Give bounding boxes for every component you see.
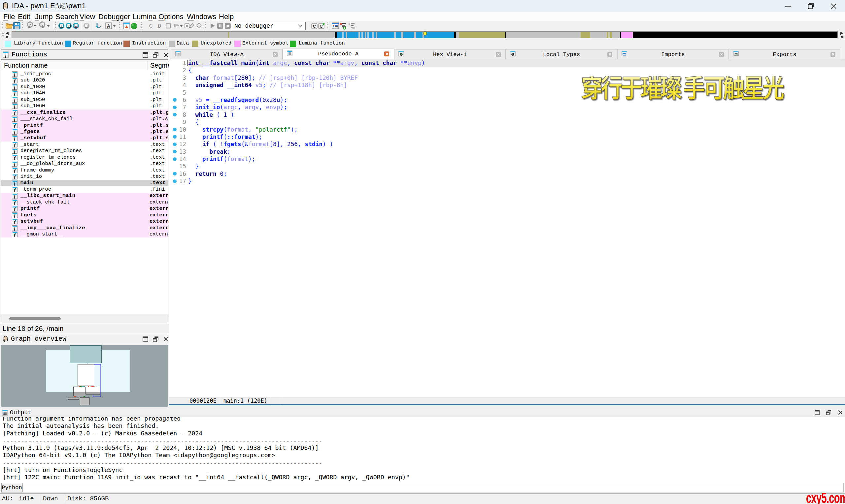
ida-view-button[interactable] [122,21,130,30]
tab-hex-view-1[interactable]: Hex View-1 [394,49,506,59]
code-line[interactable]: 13 break; [169,148,845,155]
function-row[interactable]: _printf.plt.sec [1,122,168,129]
tab-close-button[interactable] [719,52,724,57]
output-close-button[interactable] [838,410,843,415]
debugger-process-button[interactable]: C [147,21,155,30]
function-row[interactable]: setvbufextern [1,218,168,224]
output-maximize-button[interactable] [814,410,820,415]
function-row[interactable]: ___stack_chk_fail.plt.sec [1,116,168,122]
function-row[interactable]: sub_1020.plt [1,77,168,84]
graph-float-button[interactable] [153,337,158,342]
toolbar-drag-handle[interactable] [205,22,206,29]
functions-close-button[interactable] [163,52,169,58]
tab-local-types[interactable]: Local Types [506,49,617,59]
code-line[interactable]: 11 printf(::format); [169,133,845,141]
function-row[interactable]: _fgets.plt.sec [1,129,168,135]
debugger-select[interactable]: No debugger [231,22,306,30]
code-line[interactable]: 3 char format[280]; // [rsp+0h] [rbp-120… [169,74,845,82]
function-row[interactable]: sub_1040.plt [1,90,168,96]
function-row[interactable]: _setvbuf.plt.sec [1,135,168,141]
menu-options[interactable]: Options [158,13,183,21]
function-row[interactable]: register_tm_clones.text [1,155,168,161]
function-row[interactable]: __stack_chk_failextern [1,199,168,205]
function-row[interactable]: _init_proc.init [1,71,168,77]
function-row[interactable]: fgetsextern [1,212,168,218]
navigate-forward-dropdown[interactable] [46,21,51,30]
code-line[interactable]: 7 init_io(argc, argv, envp); [169,104,845,111]
output-panel-header[interactable]: Output [0,408,845,417]
pseudocode-view[interactable]: 1int __fastcall main(int argc, const cha… [169,59,845,397]
toolbar-drag-handle[interactable] [55,22,56,29]
minimize-button[interactable] [777,0,799,12]
toolbar-drag-handle[interactable] [2,22,3,29]
tab-close-button[interactable] [608,52,612,57]
open-file-button[interactable] [5,21,13,30]
function-row[interactable]: _start.text [1,142,168,148]
edit-breakpoints-button[interactable] [188,21,195,30]
tab-exports[interactable]: Exports [729,49,840,59]
rename-button[interactable]: A [105,21,112,30]
function-row[interactable]: init_io.text [1,174,168,180]
band-drag-handle[interactable] [2,32,4,38]
jump-name-button[interactable]: T [65,21,72,30]
jump-xref-button[interactable]: xxx [73,21,79,30]
plugins-button[interactable] [347,21,356,30]
code-line[interactable]: 12 if ( !fgets(&format[8], 256, stdin) ) [169,141,845,148]
function-row[interactable]: __imp___cxa_finalizeextern [1,225,168,231]
graph-close-button[interactable] [163,337,169,342]
code-line[interactable]: 16 return 0; [169,170,845,178]
code-line[interactable]: 10 strcpy(format, "polarctf"); [169,126,845,133]
code-line[interactable]: 2{ [169,67,845,74]
tab-close-button[interactable] [384,52,389,56]
debugger-options-button[interactable] [165,21,172,30]
tab-close-button[interactable] [830,52,835,57]
navigate-back-dropdown[interactable] [33,21,37,30]
code-line[interactable]: 5 [169,89,845,96]
output-log[interactable]: Function argument information has been p… [0,417,845,482]
save-button[interactable] [13,21,21,30]
breakpoint-toggle-button[interactable] [195,21,203,30]
run-script-button[interactable]: C [317,21,326,30]
navigate-back-button[interactable] [26,21,33,30]
rename-dropdown[interactable] [112,21,117,30]
toolbar-drag-handle[interactable] [119,22,120,29]
functions-hscrollbar-thumb[interactable] [9,317,61,320]
function-row[interactable]: sub_1030.plt [1,84,168,90]
menu-search[interactable]: Search [55,13,78,21]
function-row[interactable]: sub_1050.plt [1,97,168,103]
functions-float-button[interactable] [153,52,158,58]
menu-debugger[interactable]: Debugger [99,13,130,21]
code-line[interactable]: 1int __fastcall main(int argc, const cha… [169,59,845,67]
cli-input[interactable] [22,483,844,492]
function-row[interactable]: frame_dummy.text [1,167,168,174]
code-line[interactable]: 6 v5 = __readfsqword(0x28u); [169,96,845,104]
lumina-button[interactable] [130,21,138,30]
menu-lumina[interactable]: Lumina [133,13,156,21]
function-row[interactable]: __do_global_dtors_aux.text [1,161,168,167]
code-line[interactable]: 8 while ( 1 ) [169,111,845,119]
tab-imports[interactable]: Imports [617,49,729,59]
functions-column-header[interactable]: Function name Segment [1,61,168,70]
functions-hscrollbar[interactable] [1,314,168,323]
tab-close-button[interactable] [272,52,278,57]
code-line[interactable]: 17} [169,178,845,185]
function-row[interactable]: _term_proc.fini [1,186,168,193]
toolbar-drag-handle[interactable] [141,22,142,29]
column-function-name[interactable]: Function name [4,62,48,69]
code-line[interactable]: 9 { [169,119,845,126]
menu-file[interactable]: File [3,13,15,21]
menu-jump[interactable]: Jump [35,13,53,21]
code-line[interactable]: 15 } [169,163,845,170]
functions-panel-header[interactable]: f Functions [1,50,168,60]
script-snippets-button[interactable] [339,21,347,30]
menu-view[interactable]: View [80,13,95,21]
band-right-arrows[interactable] [840,31,844,39]
jump-operand-button[interactable] [83,21,90,30]
tab-ida-view-a[interactable]: IDA View-A [171,49,283,59]
function-row[interactable]: deregister_tm_clones.text [1,148,168,154]
jump-next-button[interactable] [94,21,102,30]
cli-selector-button[interactable]: Python [1,483,22,492]
function-row[interactable]: printfextern [1,205,168,212]
close-button[interactable] [822,0,845,12]
menu-help[interactable]: Help [219,13,234,21]
